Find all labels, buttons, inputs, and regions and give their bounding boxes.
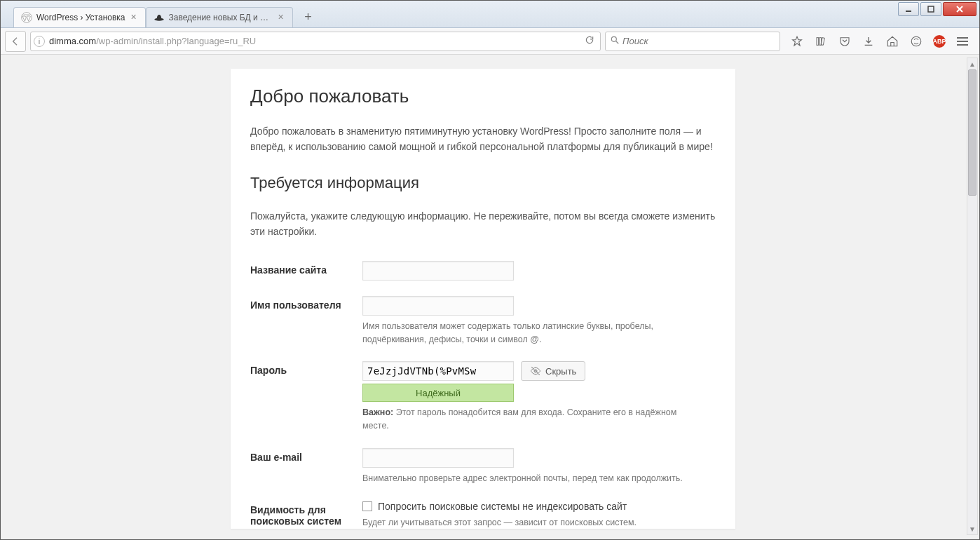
row-visibility: Видимость для поисковых систем Попросить…	[250, 497, 716, 529]
install-form: Название сайта Имя пользователя Имя поль…	[250, 257, 716, 529]
welcome-heading: Добро пожаловать	[250, 86, 716, 107]
titlebar: WordPress › Установка × Заведение новых …	[1, 1, 979, 28]
visibility-checkbox-label: Попросить поисковые системы не индексиро…	[378, 501, 627, 512]
back-button[interactable]	[5, 31, 26, 52]
vertical-scrollbar[interactable]: ▲ ▼	[967, 58, 978, 535]
visibility-hint: Будет ли учитываться этот запрос — завис…	[362, 516, 699, 529]
tabs-row: WordPress › Установка × Заведение новых …	[1, 1, 318, 27]
hide-password-button[interactable]: Скрыть	[521, 361, 585, 381]
password-note: Важно: Этот пароль понадобится вам для в…	[362, 406, 699, 433]
label-password: Пароль	[250, 361, 362, 376]
minimize-button[interactable]	[898, 2, 919, 16]
password-strength: Надёжный	[362, 384, 514, 402]
svg-point-6	[611, 36, 616, 41]
password-input[interactable]	[362, 361, 514, 381]
row-email: Ваш e-mail Внимательно проверьте адрес э…	[250, 444, 716, 497]
tab-title: Заведение новых БД и по...	[169, 13, 273, 22]
bookmark-star-icon[interactable]	[790, 34, 804, 48]
url-bar[interactable]: i dimma.com/wp-admin/install.php?languag…	[30, 32, 601, 51]
svg-rect-3	[928, 6, 934, 12]
visibility-checkbox[interactable]	[362, 501, 372, 511]
install-card: Добро пожаловать Добро пожаловать в знам…	[231, 69, 735, 529]
new-tab-button[interactable]: +	[299, 8, 318, 26]
viewport: Добро пожаловать Добро пожаловать в знам…	[1, 55, 979, 539]
label-site-title: Название сайта	[250, 261, 362, 276]
scroll-track[interactable]	[967, 69, 977, 523]
row-username: Имя пользователя Имя пользователя может …	[250, 292, 716, 358]
tab-active[interactable]: WordPress › Установка ×	[13, 7, 146, 27]
label-username: Имя пользователя	[250, 296, 362, 311]
svg-point-10	[911, 36, 921, 46]
label-email: Ваш e-mail	[250, 448, 362, 463]
scroll-up-icon[interactable]: ▲	[967, 58, 977, 69]
url-text: dimma.com/wp-admin/install.php?language=…	[49, 36, 578, 46]
pocket-icon[interactable]	[838, 34, 852, 48]
maximize-button[interactable]	[920, 2, 941, 16]
tab-inactive[interactable]: Заведение новых БД и по... ×	[146, 7, 293, 27]
username-hint: Имя пользователя может содержать только …	[362, 320, 699, 346]
visibility-checkbox-row[interactable]: Попросить поисковые системы не индексиро…	[362, 501, 716, 512]
wordpress-icon	[21, 12, 32, 23]
label-visibility: Видимость для поисковых систем	[250, 501, 362, 527]
search-icon	[610, 35, 620, 48]
email-hint: Внимательно проверьте адрес электронной …	[362, 472, 699, 485]
row-site-title: Название сайта	[250, 257, 716, 292]
window-controls	[898, 2, 976, 16]
info-subtext: Пожалуйста, укажите следующую информацию…	[250, 209, 716, 239]
library-icon[interactable]	[814, 34, 828, 48]
window-close-button[interactable]	[943, 2, 976, 16]
adblock-icon[interactable]: ABP	[933, 35, 946, 48]
page-content: Добро пожаловать Добро пожаловать в знам…	[1, 55, 965, 539]
reload-icon[interactable]	[582, 35, 597, 48]
tab-title: WordPress › Установка	[36, 13, 125, 22]
site-title-input[interactable]	[362, 261, 514, 281]
search-input[interactable]	[622, 36, 775, 46]
toolbar: i dimma.com/wp-admin/install.php?languag…	[1, 28, 979, 55]
close-icon[interactable]: ×	[128, 12, 139, 23]
scroll-down-icon[interactable]: ▼	[967, 523, 977, 534]
browser-window: WordPress › Установка × Заведение новых …	[0, 0, 980, 540]
info-heading: Требуется информация	[250, 174, 716, 192]
menu-icon[interactable]	[955, 34, 969, 48]
row-password: Пароль Скрыть Надёжный Важно: Этот парол…	[250, 357, 716, 444]
site-info-icon[interactable]: i	[34, 36, 45, 47]
hat-icon	[154, 12, 165, 23]
svg-line-7	[616, 41, 619, 43]
email-input[interactable]	[362, 448, 514, 468]
downloads-icon[interactable]	[862, 34, 876, 48]
sync-icon[interactable]	[909, 34, 923, 48]
scroll-thumb[interactable]	[968, 69, 976, 196]
search-bar[interactable]	[605, 32, 780, 51]
toolbar-icons: ABP	[784, 34, 975, 48]
eye-slash-icon	[530, 365, 541, 377]
close-icon[interactable]: ×	[275, 12, 287, 23]
svg-rect-8	[817, 37, 819, 45]
username-input[interactable]	[362, 296, 514, 316]
home-icon[interactable]	[885, 34, 899, 48]
welcome-text: Добро пожаловать в знаменитую пятиминутн…	[250, 124, 716, 154]
